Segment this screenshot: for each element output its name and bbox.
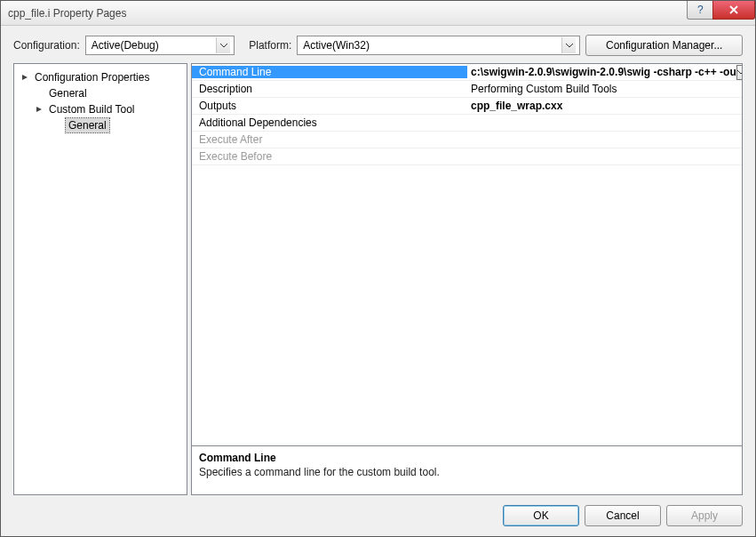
property-row[interactable]: DescriptionPerforming Custom Build Tools (192, 81, 742, 98)
content-area: Configuration Properties General Custom … (1, 63, 755, 495)
property-tree[interactable]: Configuration Properties General Custom … (13, 63, 187, 495)
property-value[interactable]: c:\swigwin-2.0.9\swigwin-2.0.9\swig -csh… (467, 65, 742, 80)
configuration-label: Configuration: (13, 39, 80, 52)
help-button[interactable]: ? (687, 1, 713, 20)
property-key: Execute Before (192, 150, 467, 163)
property-row[interactable]: Additional Dependencies (192, 115, 742, 132)
platform-value: Active(Win32) (303, 39, 558, 52)
window-controls: ? (688, 1, 755, 20)
description-body: Specifies a command line for the custom … (199, 466, 735, 478)
tree-item-config-properties[interactable]: Configuration Properties (16, 69, 185, 85)
tree-item-custom-build-tool-general[interactable]: General (16, 117, 185, 133)
ok-button[interactable]: OK (503, 505, 579, 526)
right-pane: Command Linec:\swigwin-2.0.9\swigwin-2.0… (191, 63, 743, 495)
configuration-value: Active(Debug) (92, 39, 213, 52)
property-key: Additional Dependencies (192, 116, 467, 129)
platform-combo[interactable]: Active(Win32) (297, 36, 580, 55)
property-pages-window: cpp_file.i Property Pages ? Configuratio… (0, 0, 756, 537)
property-value[interactable]: Performing Custom Build Tools (467, 83, 742, 95)
configuration-manager-button[interactable]: Configuration Manager... (585, 35, 743, 56)
chevron-down-icon (216, 37, 230, 53)
property-row[interactable]: Execute After (192, 132, 742, 148)
apply-button[interactable]: Apply (666, 505, 743, 526)
description-heading: Command Line (199, 452, 735, 464)
property-grid[interactable]: Command Linec:\swigwin-2.0.9\swigwin-2.0… (191, 63, 743, 446)
property-key: Outputs (192, 100, 467, 112)
property-key: Command Line (192, 66, 467, 78)
property-row[interactable]: Outputscpp_file_wrap.cxx (192, 98, 742, 115)
tree-item-custom-build-tool[interactable]: Custom Build Tool (16, 101, 185, 117)
property-row[interactable]: Command Linec:\swigwin-2.0.9\swigwin-2.0… (192, 64, 742, 81)
svg-text:?: ? (697, 4, 704, 15)
window-title: cpp_file.i Property Pages (8, 7, 126, 20)
property-key: Description (192, 83, 467, 95)
cancel-button[interactable]: Cancel (585, 505, 661, 526)
property-row[interactable]: Execute Before (192, 148, 742, 165)
description-panel: Command Line Specifies a command line fo… (191, 446, 743, 495)
dialog-footer: OK Cancel Apply (1, 495, 755, 536)
chevron-down-icon (561, 37, 576, 53)
property-key: Execute After (192, 133, 467, 146)
titlebar: cpp_file.i Property Pages ? (1, 1, 755, 26)
platform-label: Platform: (249, 39, 291, 52)
configuration-combo[interactable]: Active(Debug) (85, 36, 235, 55)
collapse-icon (34, 104, 44, 115)
property-value[interactable]: cpp_file_wrap.cxx (467, 100, 742, 112)
tree-item-general[interactable]: General (16, 85, 185, 101)
config-toolbar: Configuration: Active(Debug) Platform: A… (1, 26, 755, 63)
collapse-icon (20, 72, 30, 83)
close-button[interactable] (712, 1, 755, 20)
chevron-down-icon[interactable] (736, 65, 742, 80)
